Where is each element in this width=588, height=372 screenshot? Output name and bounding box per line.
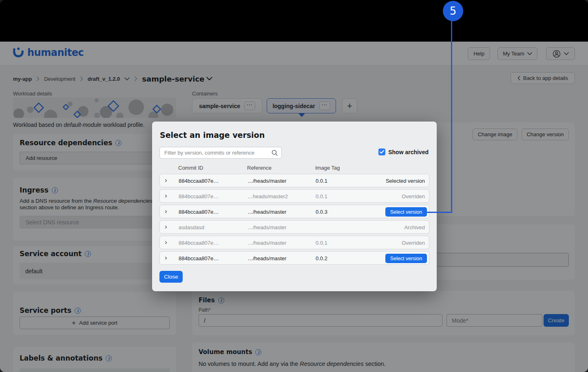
version-row[interactable]: ›884bccaa807e……/heads/master0.0.1Selecte…	[159, 174, 429, 187]
row-commit-id: 884bccaa807e…	[179, 178, 219, 184]
select-image-version-modal: Select an image version Show archived Co…	[152, 122, 437, 291]
row-status: Selected version	[386, 178, 425, 184]
column-header-reference: Reference	[247, 165, 272, 171]
modal-title: Select an image version	[160, 131, 265, 140]
row-commit-id: 884bccaa807e…	[179, 240, 219, 246]
row-reference: …/heads/master	[248, 178, 286, 184]
row-reference: …heads/master2	[248, 193, 288, 199]
column-header-image-tag: Image Tag	[315, 165, 340, 171]
row-reference: …/heads/master	[248, 240, 286, 246]
search-icon	[271, 149, 278, 156]
annotation-step-badge: 5	[443, 1, 463, 21]
version-row[interactable]: ›884bccaa807e……/heads/master0.0.2Select …	[159, 251, 429, 265]
row-image-tag: 0.0.1	[316, 178, 327, 184]
row-status: Archived	[404, 224, 425, 230]
show-archived-label: Show archived	[388, 149, 429, 155]
row-status: Overriden	[402, 240, 425, 246]
row-image-tag: 0.0.1	[316, 193, 327, 199]
version-row[interactable]: ›884bccaa807e……heads/master20.0.1Overrid…	[159, 189, 429, 203]
row-expand-chevron-icon[interactable]: ›	[165, 238, 167, 246]
checkbox-checked-icon[interactable]	[378, 148, 385, 155]
row-expand-chevron-icon[interactable]: ›	[165, 223, 167, 231]
screenshot-window: humanitec Help My Team	[0, 0, 588, 372]
version-row[interactable]: ›884bccaa807e……/heads/master0.0.3Select …	[159, 205, 429, 218]
version-row[interactable]: ›asdasdasd…/heads/masterArchived	[159, 220, 429, 234]
show-archived-toggle[interactable]: Show archived	[378, 148, 429, 155]
annotation-connector-horizontal	[427, 212, 452, 213]
row-reference: …/heads/master	[248, 255, 286, 261]
row-image-tag: 0.0.1	[316, 240, 327, 246]
row-commit-id: 884bccaa807e…	[179, 255, 219, 261]
row-commit-id: 884bccaa807e…	[179, 193, 219, 199]
row-expand-chevron-icon[interactable]: ›	[165, 207, 167, 215]
row-commit-id: 884bccaa807e…	[179, 209, 219, 215]
version-table-rows: ›884bccaa807e……/heads/master0.0.1Selecte…	[159, 174, 429, 267]
filter-input[interactable]	[159, 147, 282, 159]
row-expand-chevron-icon[interactable]: ›	[165, 254, 167, 262]
row-reference: …/heads/master	[248, 224, 286, 230]
row-expand-chevron-icon[interactable]: ›	[165, 176, 167, 184]
annotation-connector-vertical	[451, 11, 452, 213]
row-image-tag: 0.0.3	[316, 209, 327, 215]
close-modal-button[interactable]: Close	[159, 271, 183, 283]
select-version-button[interactable]: Select version	[385, 254, 427, 263]
select-version-button[interactable]: Select version	[385, 207, 427, 217]
row-expand-chevron-icon[interactable]: ›	[165, 192, 167, 200]
column-header-commit-id: Commit ID	[178, 165, 203, 171]
row-image-tag: 0.0.2	[316, 255, 327, 261]
row-commit-id: asdasdasd	[179, 224, 204, 230]
filter-field	[159, 147, 282, 159]
version-row[interactable]: ›884bccaa807e……/heads/master0.0.1Overrid…	[159, 236, 429, 249]
row-reference: …/heads/master	[248, 209, 286, 215]
row-status: Overriden	[402, 193, 425, 199]
